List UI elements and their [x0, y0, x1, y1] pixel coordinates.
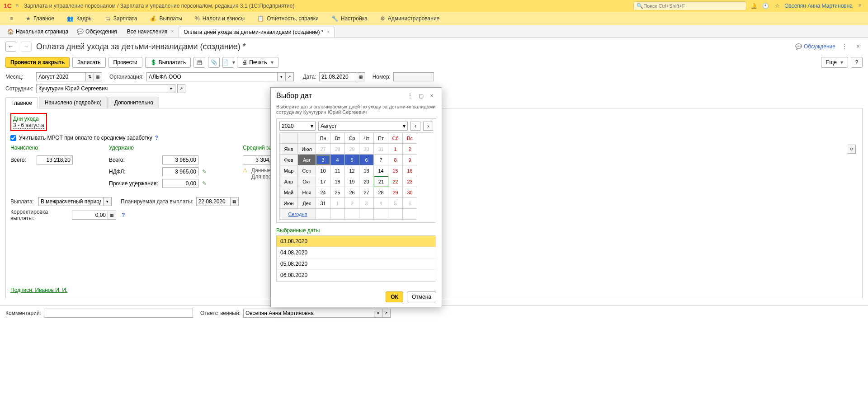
open-icon[interactable]: ↗ — [177, 84, 185, 93]
close-icon[interactable]: × — [427, 91, 436, 100]
withheld-total-input[interactable] — [162, 155, 198, 164]
subtab-detailed[interactable]: Начислено (подробно) — [39, 97, 108, 108]
month-spin-icon[interactable]: ⇅ — [86, 72, 94, 81]
ok-button[interactable]: ОК — [386, 291, 403, 302]
day-cell[interactable]: 4 — [330, 155, 345, 165]
plan-date-input[interactable] — [196, 197, 231, 206]
pencil-icon[interactable]: ✎ — [202, 180, 207, 187]
month-cell[interactable]: Май — [280, 187, 298, 198]
kebab-icon[interactable]: ⋮ — [840, 42, 849, 51]
tab-current-doc[interactable]: Оплата дней ухода за детьми-инвалидами (… — [179, 27, 335, 38]
menu-main[interactable]: ★Главное — [19, 15, 61, 22]
day-cell[interactable]: 28 — [374, 187, 388, 198]
current-user[interactable]: Овсепян Анна Мартиновна — [784, 3, 853, 9]
day-cell[interactable]: 28 — [330, 144, 345, 155]
history-icon[interactable]: 🕘 — [761, 1, 770, 10]
day-cell[interactable]: 24 — [316, 187, 330, 198]
day-cell[interactable]: 14 — [374, 165, 388, 176]
menu-settings[interactable]: 🔧Настройка — [325, 15, 374, 22]
attach-button[interactable]: 📎 — [208, 57, 220, 68]
days-link[interactable]: 3 - 6 августа — [13, 122, 44, 129]
day-cell[interactable]: 27 — [316, 144, 330, 155]
month-cell[interactable]: Авг — [298, 155, 316, 165]
day-cell[interactable]: 17 — [316, 176, 330, 187]
day-cell[interactable]: 26 — [345, 187, 359, 198]
month-cell[interactable]: Июн — [280, 198, 298, 209]
burger-icon[interactable]: ≡ — [15, 3, 19, 9]
dropdown-icon[interactable]: ▾ — [374, 309, 382, 318]
day-cell[interactable]: 23 — [403, 176, 417, 187]
open-icon[interactable]: ↗ — [382, 309, 391, 318]
copy-button[interactable]: 📄 — [222, 57, 234, 68]
month-cell[interactable]: Мар — [280, 165, 298, 176]
menu-hr[interactable]: 👥Кадры — [61, 15, 99, 22]
day-cell[interactable]: 21 — [374, 176, 388, 187]
prev-month-button[interactable]: ‹ — [410, 122, 420, 131]
close-icon[interactable]: × — [171, 29, 174, 34]
pencil-icon[interactable]: ✎ — [202, 169, 207, 175]
day-cell[interactable]: 5 — [388, 198, 403, 209]
day-cell[interactable]: 30 — [359, 144, 374, 155]
org-input[interactable] — [146, 72, 278, 81]
dropdown-icon[interactable]: ▾ — [167, 84, 175, 93]
day-cell[interactable]: 18 — [330, 176, 345, 187]
date-input[interactable] — [319, 72, 357, 81]
other-input[interactable] — [162, 179, 198, 188]
day-cell[interactable]: 20 — [359, 176, 374, 187]
menu-salary[interactable]: 🗂Зарплата — [99, 15, 144, 22]
list-item[interactable]: 05.08.2020 — [277, 258, 436, 270]
help-icon[interactable]: ? — [155, 135, 158, 141]
subtab-main[interactable]: Главное — [5, 97, 38, 108]
list-button[interactable]: ▤ — [193, 57, 205, 68]
day-cell[interactable]: 27 — [359, 187, 374, 198]
close-page-icon[interactable]: × — [854, 42, 863, 51]
day-cell[interactable]: 6 — [403, 198, 417, 209]
day-cell[interactable]: 11 — [330, 165, 345, 176]
kebab-icon[interactable]: ⋮ — [406, 91, 415, 100]
day-cell[interactable]: 10 — [316, 165, 330, 176]
calendar-icon[interactable]: ▦ — [231, 197, 239, 206]
mrot-checkbox[interactable] — [10, 135, 16, 141]
employee-input[interactable] — [36, 84, 167, 93]
list-item[interactable]: 04.08.2020 — [277, 247, 436, 258]
day-cell[interactable]: 30 — [403, 187, 417, 198]
maximize-icon[interactable]: ▢ — [416, 91, 425, 100]
day-cell[interactable]: 15 — [388, 165, 403, 176]
post-and-close-button[interactable]: Провести и закрыть — [5, 57, 70, 68]
month-select[interactable]: Август▾ — [318, 122, 408, 131]
list-item[interactable]: 06.08.2020 — [277, 270, 436, 281]
search-input[interactable] — [643, 3, 743, 9]
menu-taxes[interactable]: %Налоги и взносы — [189, 15, 251, 22]
day-cell[interactable]: 1 — [330, 198, 345, 209]
menu-payments[interactable]: 💰Выплаты — [143, 15, 189, 22]
day-cell[interactable]: 9 — [403, 155, 417, 165]
list-item[interactable]: 03.08.2020 — [277, 236, 436, 247]
cancel-button[interactable]: Отмена — [407, 291, 436, 302]
help-button[interactable]: ? — [851, 57, 863, 68]
today-link[interactable]: Сегодня — [280, 209, 316, 220]
day-cell[interactable]: 1 — [388, 144, 403, 155]
day-cell[interactable]: 2 — [403, 144, 417, 155]
month-picker-icon[interactable]: ▦ — [94, 72, 102, 81]
tab-accruals[interactable]: Все начисления× — [122, 26, 179, 37]
day-cell[interactable]: 4 — [374, 198, 388, 209]
open-icon[interactable]: ↗ — [286, 72, 294, 81]
month-cell[interactable]: Ноя — [298, 187, 316, 198]
user-menu-icon[interactable]: ≡ — [855, 1, 864, 10]
day-cell[interactable]: 12 — [345, 165, 359, 176]
year-select[interactable]: 2020▾ — [279, 122, 316, 131]
bell-icon[interactable]: 🔔 — [749, 1, 758, 10]
correction-input[interactable] — [72, 211, 108, 220]
day-cell[interactable]: 22 — [388, 176, 403, 187]
print-button[interactable]: 🖨Печать — [237, 57, 278, 68]
month-cell[interactable]: Июл — [298, 144, 316, 155]
day-cell[interactable]: 5 — [345, 155, 359, 165]
payment-select[interactable] — [38, 197, 104, 206]
day-cell[interactable]: 6 — [359, 155, 374, 165]
menu-admin[interactable]: ⚙Администрирование — [374, 15, 446, 22]
day-cell[interactable]: 19 — [345, 176, 359, 187]
month-input[interactable] — [36, 72, 86, 81]
month-cell[interactable]: Фев — [280, 155, 298, 165]
day-cell[interactable]: 25 — [330, 187, 345, 198]
save-button[interactable]: Записать — [72, 57, 105, 68]
